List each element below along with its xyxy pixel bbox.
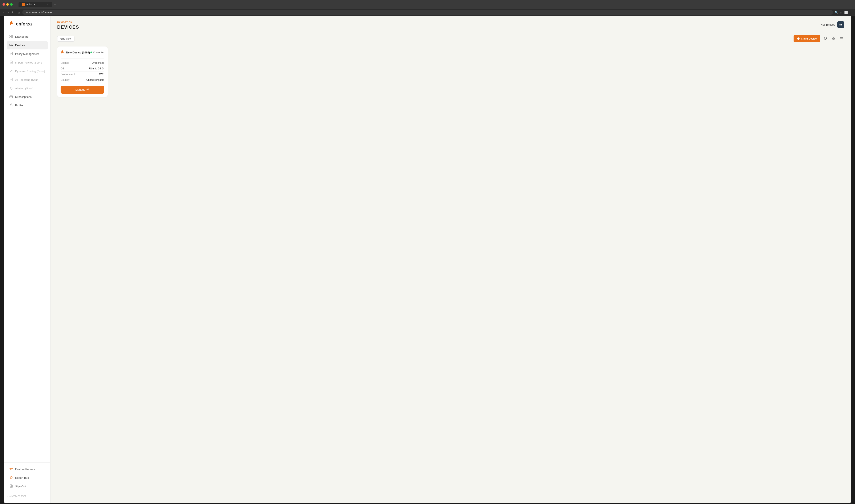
star-icon[interactable]: ☆	[840, 11, 842, 14]
claim-device-button[interactable]: ⊕ Claim Device	[794, 35, 820, 42]
svg-rect-4	[10, 44, 12, 46]
report-bug-icon	[9, 476, 13, 480]
svg-rect-17	[834, 37, 835, 38]
sidebar-item-feature-request[interactable]: Feature Request	[7, 465, 48, 473]
svg-rect-10	[10, 96, 13, 98]
svg-rect-1	[11, 35, 13, 36]
os-label: OS	[60, 67, 64, 70]
sidebar-item-label-policy: Policy Management	[15, 52, 39, 56]
svg-point-13	[10, 476, 12, 479]
zoom-icon[interactable]: 🔍	[835, 11, 838, 14]
sidebar-item-subscriptions[interactable]: Subscriptions	[7, 93, 48, 101]
sidebar-item-label-devices: Devices	[15, 44, 25, 47]
sidebar-item-ai-reporting: AI Reporting (Soon)	[7, 76, 48, 84]
back-button[interactable]: ‹	[2, 10, 5, 15]
address-bar[interactable]	[22, 10, 833, 15]
list-layout-button[interactable]	[839, 36, 844, 42]
browser-chrome: enforza ✕ + ‹ › ↻ ⌂ 🔍 ☆ ⬜ ⋮	[0, 0, 855, 16]
svg-rect-0	[10, 35, 11, 36]
svg-rect-2	[10, 37, 11, 38]
main-content: NAVIGATION DEVICES Neil Briscoe NB Grid …	[51, 16, 851, 503]
status-dot	[90, 52, 92, 53]
grid-layout-button[interactable]	[831, 36, 836, 42]
license-value: Unlicensed	[92, 61, 104, 65]
browser-toolbar: ‹ › ↻ ⌂ 🔍 ☆ ⬜ ⋮	[0, 9, 855, 16]
toolbar-right: ⊕ Claim Device	[794, 35, 844, 42]
user-info: Neil Briscoe NB	[821, 21, 844, 28]
tab-close-button[interactable]: ✕	[47, 3, 49, 6]
sidebar-item-dashboard[interactable]: Dashboard	[7, 33, 48, 41]
device-info-country: Country United Kingdom	[60, 77, 104, 83]
content-toolbar: Grid View ⊕ Claim Device	[57, 35, 844, 42]
breadcrumb: NAVIGATION	[57, 21, 79, 23]
browser-toolbar-actions: 🔍 ☆ ⬜ ⋮	[835, 11, 853, 14]
sign-out-icon	[9, 484, 13, 488]
sidebar-item-policy-management[interactable]: Policy Management	[7, 50, 48, 58]
policy-icon	[9, 52, 13, 56]
sidebar-item-profile[interactable]: Profile	[7, 101, 48, 109]
sidebar: enforza Dashboard	[4, 16, 51, 503]
manage-gear-icon	[87, 88, 89, 91]
svg-rect-3	[11, 37, 13, 38]
svg-rect-19	[834, 38, 835, 40]
svg-rect-18	[832, 38, 833, 40]
connected-badge: Connected	[90, 51, 104, 54]
sidebar-item-label-import: Import Policies (Soon)	[15, 61, 42, 64]
devices-grid: New Device (1069) Connected License Unli…	[57, 47, 844, 97]
sidebar-item-report-bug[interactable]: Report Bug	[7, 474, 48, 482]
page-header: NAVIGATION DEVICES Neil Briscoe NB	[57, 21, 844, 30]
feature-request-icon	[9, 467, 13, 471]
sidebar-item-label-ai-reporting: AI Reporting (Soon)	[15, 78, 39, 82]
manage-button[interactable]: Manage	[60, 86, 104, 94]
devices-icon	[9, 43, 13, 47]
app-container: enforza Dashboard	[4, 16, 851, 503]
device-name-area: New Device (1069)	[60, 50, 90, 55]
nav-items: Dashboard Devices	[4, 33, 50, 461]
refresh-button[interactable]: ↻	[11, 10, 15, 15]
svg-point-23	[88, 89, 88, 90]
sidebar-item-import-policies: Import Policies (Soon)	[7, 58, 48, 67]
logo-area: enforza	[4, 20, 50, 33]
menu-icon[interactable]: ⋮	[850, 11, 853, 14]
page-title-area: NAVIGATION DEVICES	[57, 21, 79, 30]
extensions-icon[interactable]: ⬜	[844, 11, 848, 14]
sidebar-item-devices[interactable]: Devices	[7, 41, 48, 50]
svg-point-12	[11, 104, 12, 105]
traffic-light-minimize[interactable]	[6, 3, 9, 6]
device-info-license: License Unlicensed	[60, 60, 104, 66]
sidebar-item-label-feature-request: Feature Request	[15, 468, 36, 471]
alerting-icon	[9, 87, 13, 90]
grid-view-button[interactable]: Grid View	[57, 36, 74, 42]
sidebar-item-label-routing: Dynamic Routing (Soon)	[15, 70, 45, 73]
dashboard-icon	[9, 35, 13, 39]
routing-icon	[9, 69, 13, 73]
sidebar-item-label-sign-out: Sign Out	[15, 485, 26, 488]
device-card-header: New Device (1069) Connected	[60, 50, 104, 55]
sidebar-item-label-report-bug: Report Bug	[15, 476, 29, 480]
user-avatar[interactable]: NB	[837, 21, 844, 28]
subscriptions-icon	[9, 95, 13, 98]
refresh-devices-button[interactable]	[823, 36, 828, 42]
device-info-os: OS Ubuntu 24.04	[60, 66, 104, 72]
sidebar-item-label-subscriptions: Subscriptions	[15, 95, 32, 98]
sidebar-item-label-profile: Profile	[15, 104, 23, 107]
active-indicator	[50, 41, 50, 50]
browser-tab-active[interactable]: enforza ✕	[19, 2, 52, 7]
traffic-light-maximize[interactable]	[10, 3, 13, 6]
version-text: portal-2024.09.23/01	[4, 493, 50, 499]
country-value: United Kingdom	[87, 78, 104, 82]
svg-point-5	[12, 46, 13, 46]
import-icon	[9, 60, 13, 65]
traffic-light-close[interactable]	[2, 3, 5, 6]
new-tab-button[interactable]: +	[52, 2, 57, 7]
claim-device-label: Claim Device	[801, 37, 817, 40]
logo-icon	[8, 20, 14, 28]
device-name: New Device (1069)	[66, 51, 90, 54]
svg-point-21	[840, 38, 840, 38]
svg-point-22	[840, 39, 840, 39]
logo-text: enforza	[16, 21, 32, 27]
ai-reporting-icon	[9, 78, 13, 82]
sidebar-item-sign-out[interactable]: Sign Out	[7, 482, 48, 490]
home-button[interactable]: ⌂	[17, 10, 20, 15]
forward-button[interactable]: ›	[7, 10, 10, 15]
